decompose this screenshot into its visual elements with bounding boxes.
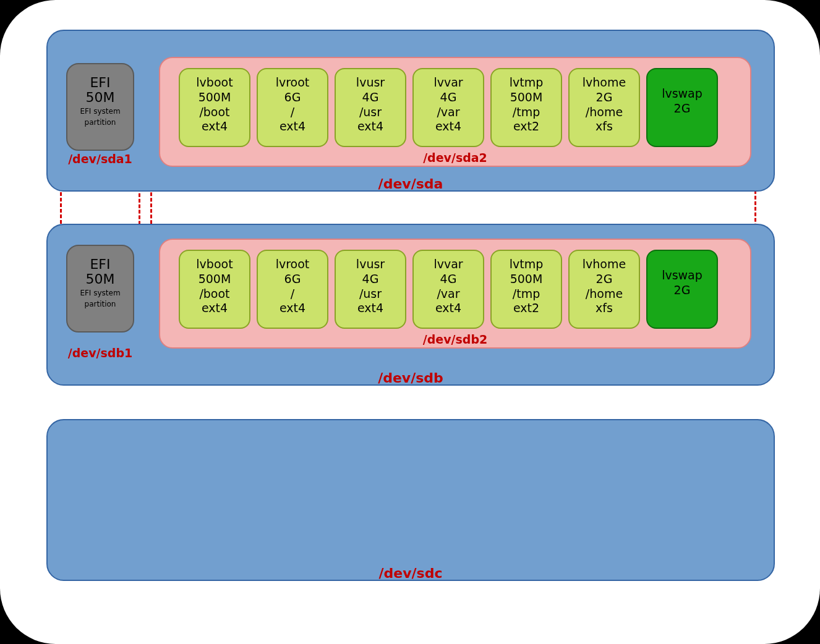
lv-sda-home: lvhome2G/homexfs [568,68,640,147]
efi-sda: EFI 50M EFI system partition [66,63,134,151]
disk-sda: /dev/sda EFI 50M EFI system partition /d… [46,30,775,192]
disk-sdc: /dev/sdc [46,419,775,581]
lv-sdb-swap: lvswap2G [646,250,718,329]
efi-desc-a: EFI system [67,108,133,116]
diagram-canvas: /dev/md100 (RAID1) /dev/md0 (RAID1) /dev… [0,0,820,644]
vg-sdb-dev: /dev/sdb2 [160,333,750,346]
lv-sdb-home: lvhome2G/homexfs [568,250,640,329]
lv-sda-var: lvvar4G/varext4 [412,68,484,147]
disk-sda-label: /dev/sda [48,176,774,192]
lv-sda-tmp: lvtmp500M/tmpext2 [490,68,562,147]
lv-sdb-tmp: lvtmp500M/tmpext2 [490,250,562,329]
efi-sdb: EFI 50M EFI system partition [66,245,134,333]
vg-sdb: /dev/sdb2 lvboot500M/bootext4 lvroot6G/e… [159,239,751,349]
efi-title: EFI [67,75,133,90]
vg-sda-dev: /dev/sda2 [160,151,750,164]
efi-sdb-dev: /dev/sdb1 [64,346,137,360]
lv-sda-root: lvroot6G/ext4 [257,68,328,147]
lv-sda-usr: lvusr4G/usrext4 [335,68,406,147]
efi-sda-dev: /dev/sda1 [64,152,137,166]
vg-sda: /dev/sda2 lvboot500M/bootext4 lvroot6G/e… [159,57,751,167]
lv-sda-swap: lvswap2G [646,68,718,147]
disk-sdc-label: /dev/sdc [48,566,774,581]
lv-sdb-root: lvroot6G/ext4 [257,250,328,329]
lv-sdb-boot: lvboot500M/bootext4 [179,250,250,329]
lv-sdb-var: lvvar4G/varext4 [412,250,484,329]
disk-sdb: /dev/sdb EFI 50M EFI system partition /d… [46,224,775,386]
disk-sdb-label: /dev/sdb [48,370,774,386]
lv-sda-boot: lvboot500M/bootext4 [179,68,250,147]
efi-size: 50M [67,90,133,105]
lv-sdb-usr: lvusr4G/usrext4 [335,250,406,329]
efi-desc-b: partition [67,119,133,127]
